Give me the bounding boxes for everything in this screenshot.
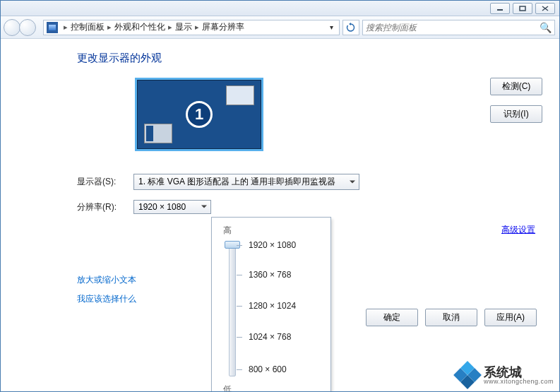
res-option-4[interactable]: 800 × 600 (249, 364, 287, 374)
nav-back-forward[interactable] (4, 18, 40, 37)
crumb-3[interactable]: 屏幕分辨率 (201, 21, 246, 33)
monitor-number: 1 (186, 101, 213, 128)
minimize-button[interactable] (490, 3, 510, 14)
close-button[interactable] (535, 3, 555, 14)
watermark-url: www.xitongcheng.com (484, 379, 554, 385)
svg-rect-0 (497, 9, 503, 11)
page-title: 更改显示器的外观 (77, 52, 542, 65)
action-buttons: 确定 取消 应用(A) (366, 309, 544, 326)
resolution-popup[interactable]: 高 1920 × 1080 1360 × 768 1280 × 1024 102… (211, 217, 331, 392)
slider-tick (237, 369, 242, 370)
resolution-slider[interactable]: 1920 × 1080 1360 × 768 1280 × 1024 1024 … (225, 244, 325, 376)
search-box[interactable]: 🔍 (362, 20, 555, 35)
crumb-2[interactable]: 显示 (174, 21, 193, 33)
breadcrumb[interactable]: ▸ 控制面板 ▸ 外观和个性化 ▸ 显示 ▸ 屏幕分辨率 ▾ (43, 20, 340, 35)
chevron-right-icon: ▸ (195, 23, 199, 32)
maximize-button[interactable] (513, 3, 532, 14)
identify-button[interactable]: 识别(I) (490, 105, 542, 123)
search-icon[interactable]: 🔍 (540, 22, 552, 33)
display-combo[interactable]: 1. 标准 VGA 图形适配器 上的 通用非即插即用监视器 (133, 174, 359, 190)
navbar: ▸ 控制面板 ▸ 外观和个性化 ▸ 显示 ▸ 屏幕分辨率 ▾ 🔍 (1, 16, 559, 39)
res-option-1[interactable]: 1360 × 768 (249, 270, 291, 280)
res-option-3[interactable]: 1024 × 768 (249, 332, 291, 342)
forward-button[interactable] (19, 19, 36, 36)
breadcrumb-dropdown[interactable]: ▾ (326, 23, 336, 31)
slider-rail (229, 244, 236, 376)
display-preview[interactable]: 1 (135, 78, 263, 151)
resolution-combo[interactable]: 1920 × 1080 (133, 200, 211, 214)
control-panel-icon (47, 22, 58, 33)
slider-tick (237, 245, 242, 246)
refresh-icon (346, 23, 356, 32)
slider-tick (237, 337, 242, 338)
chevron-right-icon: ▸ (168, 23, 172, 32)
svg-rect-1 (520, 6, 525, 11)
slider-tick (237, 275, 242, 275)
res-option-2[interactable]: 1280 × 1024 (249, 301, 296, 311)
advanced-settings-link[interactable]: 高级设置 (501, 225, 535, 234)
resolution-label: 分辨率(R): (77, 201, 133, 213)
chevron-right-icon: ▸ (64, 23, 68, 32)
apply-button[interactable]: 应用(A) (484, 309, 537, 326)
res-high-label: 高 (223, 225, 325, 237)
refresh-button[interactable] (342, 20, 359, 35)
titlebar (1, 1, 559, 16)
res-option-0[interactable]: 1920 × 1080 (249, 240, 296, 250)
display-label: 显示器(S): (77, 176, 133, 188)
res-low-label: 低 (223, 384, 325, 392)
cancel-button[interactable]: 取消 (425, 309, 477, 326)
crumb-1[interactable]: 外观和个性化 (113, 21, 167, 33)
watermark-name: 系统城 (484, 366, 554, 379)
preview-window-icon (226, 85, 254, 105)
ok-button[interactable]: 确定 (366, 309, 418, 326)
watermark: 系统城 www.xitongcheng.com (455, 363, 554, 387)
search-input[interactable] (366, 23, 540, 32)
watermark-logo-icon (455, 363, 479, 387)
preview-window-icon (144, 124, 172, 143)
crumb-0[interactable]: 控制面板 (69, 21, 106, 33)
chevron-right-icon: ▸ (107, 23, 112, 32)
back-button[interactable] (4, 19, 20, 36)
slider-tick (237, 306, 242, 307)
detect-button[interactable]: 检测(C) (490, 78, 542, 95)
